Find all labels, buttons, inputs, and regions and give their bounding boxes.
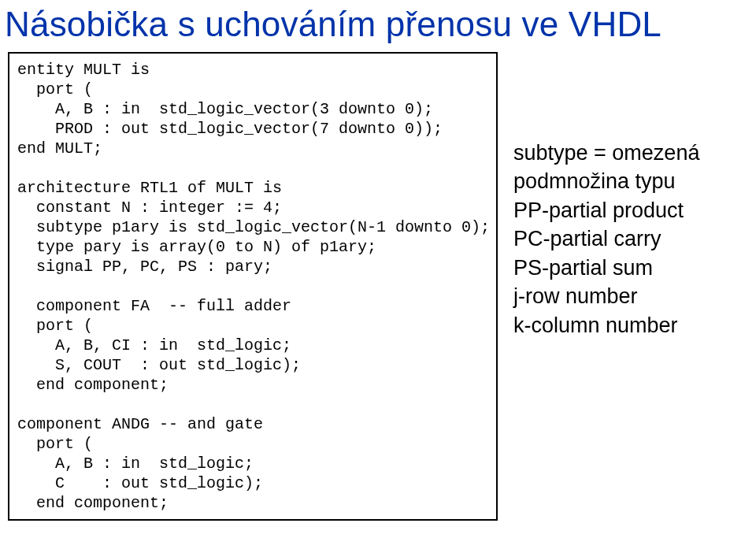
annotation-line: PC-partial carry (513, 224, 699, 253)
annotation-line: k-column number (513, 311, 699, 339)
annotation-line: PS-partial sum (513, 254, 699, 282)
annotation-line: j-row number (513, 282, 699, 310)
content-row: entity MULT is port ( A, B : in std_logi… (0, 44, 756, 521)
annotation-column: subtype = omezená podmnožina typu PP-par… (498, 52, 699, 339)
annotation-line: subtype = omezená (513, 139, 699, 167)
annotation-line: PP-partial product (513, 196, 699, 224)
code-block: entity MULT is port ( A, B : in std_logi… (8, 52, 498, 521)
slide-title: Násobička s uchováním přenosu ve VHDL (0, 0, 756, 44)
annotation-line: podmnožina typu (513, 167, 699, 195)
